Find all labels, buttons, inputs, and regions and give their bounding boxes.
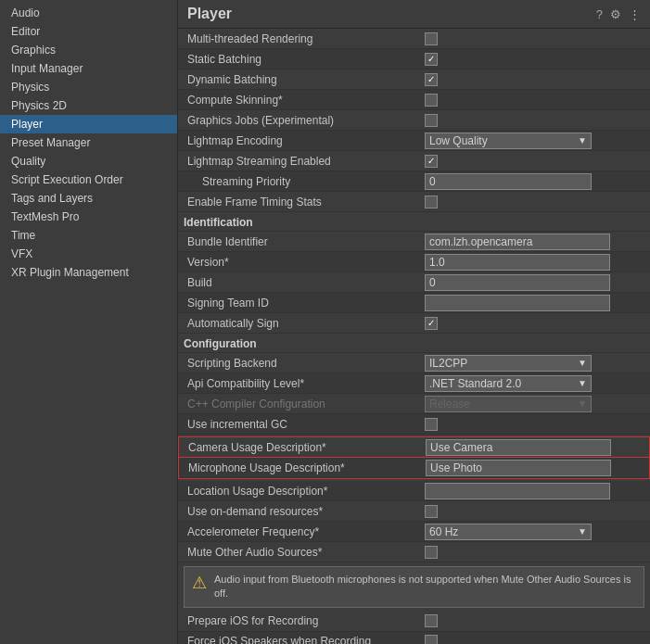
table-row: Bundle Identifier <box>178 232 650 252</box>
row-label: Accelerometer Frequency* <box>184 525 425 538</box>
signing-team-id-input[interactable] <box>425 295 610 311</box>
row-value <box>425 32 644 45</box>
highlighted-section: Camera Usage Description* Microphone Usa… <box>178 436 650 479</box>
version-input[interactable] <box>425 254 610 271</box>
header: Player ? ⚙ ⋮ <box>178 0 650 29</box>
row-label: Camera Usage Description* <box>185 441 426 454</box>
row-label: Mute Other Audio Sources* <box>184 546 425 559</box>
table-row: Force iOS Speakers when Recording <box>178 632 650 644</box>
scripting-backend-dropdown[interactable]: IL2CPP ▼ <box>425 355 592 372</box>
row-value <box>425 155 644 168</box>
checkbox-compute-skinning[interactable] <box>425 94 438 107</box>
sidebar-item-preset-manager[interactable]: Preset Manager <box>0 133 177 152</box>
sidebar-item-physics2d[interactable]: Physics 2D <box>0 96 177 115</box>
build-input[interactable] <box>425 274 610 291</box>
checkbox-multithreaded[interactable] <box>425 32 438 45</box>
table-row: Camera Usage Description* <box>179 437 649 458</box>
row-value: IL2CPP ▼ <box>425 355 644 372</box>
row-value <box>425 317 644 330</box>
page-title: Player <box>187 6 232 22</box>
row-label: Use on-demand resources* <box>184 505 425 518</box>
row-value <box>425 274 644 291</box>
sidebar-item-input-manager[interactable]: Input Manager <box>0 59 177 78</box>
row-value <box>426 439 644 456</box>
row-label: Microphone Usage Description* <box>185 461 426 474</box>
row-value <box>425 73 644 86</box>
checkbox-incremental-gc[interactable] <box>425 418 438 431</box>
checkbox-frame-timing[interactable] <box>425 196 438 208</box>
warning-text: Audio input from Bluetooth microphones i… <box>214 573 636 601</box>
streaming-priority-input[interactable] <box>425 173 592 190</box>
row-label: Compute Skinning* <box>184 94 425 107</box>
row-label: Location Usage Description* <box>184 485 425 498</box>
sidebar-item-textmesh[interactable]: TextMesh Pro <box>0 208 177 226</box>
table-row: Api Compatibility Level* .NET Standard 2… <box>178 373 650 394</box>
location-usage-input[interactable] <box>425 483 610 499</box>
more-icon[interactable]: ⋮ <box>629 7 641 21</box>
settings-table: Multi-threaded Rendering Static Batching… <box>178 29 650 644</box>
row-label: Dynamic Batching <box>184 73 425 86</box>
row-value <box>425 635 644 644</box>
header-icons: ? ⚙ ⋮ <box>596 7 641 21</box>
chevron-down-icon: ▼ <box>578 526 587 537</box>
sidebar-item-time[interactable]: Time <box>0 226 177 245</box>
row-label: C++ Compiler Configuration <box>184 398 425 410</box>
row-value <box>425 418 644 431</box>
cpp-compiler-dropdown[interactable]: Release ▼ <box>425 396 592 412</box>
sidebar-item-quality[interactable]: Quality <box>0 152 177 170</box>
microphone-usage-input[interactable] <box>426 460 611 476</box>
sidebar-item-editor[interactable]: Editor <box>0 22 177 41</box>
checkbox-graphics-jobs[interactable] <box>425 114 438 127</box>
api-compatibility-dropdown[interactable]: .NET Standard 2.0 ▼ <box>425 375 592 392</box>
row-label: Scripting Backend <box>184 357 425 370</box>
sidebar-item-script-execution[interactable]: Script Execution Order <box>0 170 177 189</box>
row-label: Multi-threaded Rendering <box>184 32 425 45</box>
row-label: Streaming Priority <box>184 175 425 188</box>
row-label: Lightmap Streaming Enabled <box>184 155 425 168</box>
row-value <box>425 505 644 518</box>
sidebar-item-graphics[interactable]: Graphics <box>0 41 177 59</box>
chevron-down-icon: ▼ <box>578 378 587 388</box>
lightmap-encoding-dropdown[interactable]: Low Quality ▼ <box>425 133 592 149</box>
settings-icon[interactable]: ⚙ <box>610 7 621 21</box>
table-row: Microphone Usage Description* <box>179 458 649 478</box>
table-row: Enable Frame Timing Stats <box>178 192 650 212</box>
main-panel: Player ? ⚙ ⋮ Multi-threaded Rendering St… <box>178 0 650 644</box>
configuration-section-header: Configuration <box>178 334 650 353</box>
checkbox-auto-sign[interactable] <box>425 317 438 330</box>
checkbox-on-demand[interactable] <box>425 505 438 518</box>
row-value: Low Quality ▼ <box>425 133 644 149</box>
table-row: Scripting Backend IL2CPP ▼ <box>178 353 650 373</box>
table-row: C++ Compiler Configuration Release ▼ <box>178 394 650 414</box>
row-label: Bundle Identifier <box>184 235 425 248</box>
checkbox-lightmap-streaming[interactable] <box>425 155 438 168</box>
table-row: Dynamic Batching <box>178 69 650 90</box>
bundle-identifier-input[interactable] <box>425 234 610 250</box>
row-label: Lightmap Encoding <box>184 134 425 147</box>
checkbox-dynamic-batching[interactable] <box>425 73 438 86</box>
sidebar-item-physics[interactable]: Physics <box>0 78 177 96</box>
row-value <box>425 94 644 107</box>
sidebar-item-xr[interactable]: XR Plugin Management <box>0 263 177 282</box>
row-label: Prepare iOS for Recording <box>184 614 425 627</box>
row-label: Build <box>184 276 425 289</box>
chevron-down-icon: ▼ <box>578 398 587 409</box>
checkbox-static-batching[interactable] <box>425 53 438 66</box>
table-row: Prepare iOS for Recording <box>178 612 650 632</box>
accelerometer-dropdown[interactable]: 60 Hz ▼ <box>425 524 592 540</box>
checkbox-force-speakers[interactable] <box>425 635 438 644</box>
camera-usage-input[interactable] <box>426 439 611 456</box>
sidebar-item-player[interactable]: Player <box>0 115 177 133</box>
chevron-down-icon: ▼ <box>578 358 587 368</box>
checkbox-mute-audio[interactable] <box>425 546 438 559</box>
table-row: Use incremental GC <box>178 414 650 435</box>
row-label: Api Compatibility Level* <box>184 377 425 390</box>
row-value <box>425 173 644 190</box>
sidebar-item-audio[interactable]: Audio <box>0 4 177 22</box>
checkbox-prepare-ios[interactable] <box>425 614 438 627</box>
help-icon[interactable]: ? <box>596 7 603 21</box>
row-value: Release ▼ <box>425 396 644 412</box>
sidebar-item-tags-layers[interactable]: Tags and Layers <box>0 189 177 208</box>
row-value <box>425 114 644 127</box>
sidebar-item-vfx[interactable]: VFX <box>0 245 177 263</box>
